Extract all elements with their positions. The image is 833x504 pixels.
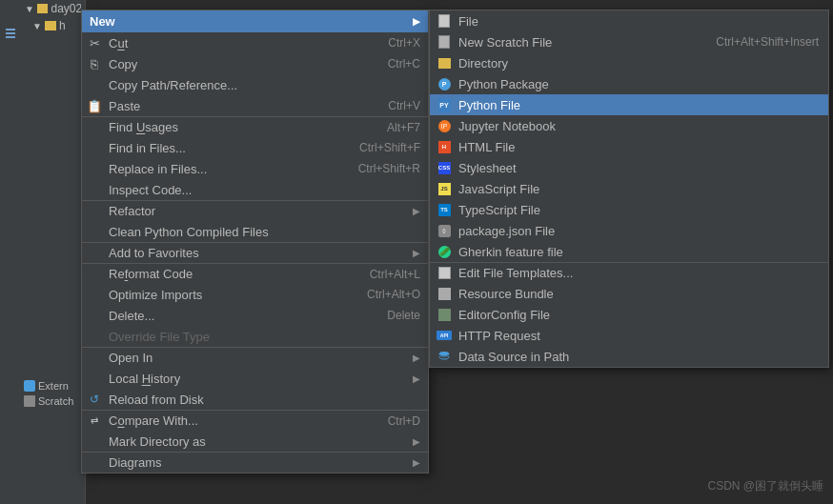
http-icon: API [436,327,453,344]
folder-icon [37,4,49,13]
menu-item-compare[interactable]: ⇄ Compare With... Ctrl+D [82,410,428,431]
submenu-item-file[interactable]: File [430,10,828,31]
directory-icon [436,54,453,71]
sidebar-icon-1 [3,5,18,62]
submenu-item-python-package[interactable]: P Python Package [430,73,828,94]
menu-item-copy[interactable]: ⎘ Copy Ctrl+C [82,53,428,74]
cut-label: Cut [109,36,388,50]
menu-item-find-usages[interactable]: Find Usages Alt+F7 [82,116,428,137]
submenu-item-new-scratch-file[interactable]: New Scratch File Ctrl+Alt+Shift+Insert [430,31,828,52]
new-label: New [90,14,115,29]
reformat-code-shortcut: Ctrl+Alt+L [370,268,420,281]
menu-item-clean-python[interactable]: Clean Python Compiled Files [82,221,428,242]
editorconfig-icon [436,306,453,323]
add-favorites-label: Add to Favorites [109,246,413,260]
file-tree-panel: ▼ day02 ▼ h Extern Scratch [21,0,86,504]
editorconfig-label: EditorConfig File [458,308,550,322]
menu-item-reload[interactable]: ↺ Reload from Disk [82,389,428,410]
menu-item-inspect-code[interactable]: Inspect Code... [82,179,428,200]
submenu-item-typescript[interactable]: TS TypeScript File [430,199,828,220]
resource-icon [436,285,453,302]
menu-item-paste[interactable]: 📋 Paste Ctrl+V [82,95,428,116]
submenu-item-package-json[interactable]: {} package.json File [430,220,828,241]
submenu-item-gherkin[interactable]: 🥒 Gherkin feature file [430,241,828,262]
css-icon-shape: CSS [438,162,451,174]
package-json-label: package.json File [458,224,555,238]
new-scratch-file-label: New Scratch File [458,35,552,50]
submenu-item-javascript[interactable]: JS JavaScript File [430,178,828,199]
datasource-label: Data Source in Path [458,350,569,364]
tree-bottom-section: Extern Scratch [21,378,85,409]
json-icon-shape: {} [438,225,451,237]
submenu-item-datasource[interactable]: Data Source in Path [430,346,828,367]
reformat-code-label: Reformat Code [109,267,370,281]
stylesheet-label: Stylesheet [458,161,517,175]
submenu-item-python-file[interactable]: PY Python File [430,94,828,115]
reload-icon: ↺ [87,392,102,407]
menu-item-find-in-files[interactable]: Find in Files... Ctrl+Shift+F [82,137,428,158]
tree-item-day02[interactable]: ▼ day02 [21,0,85,17]
tree-item-h[interactable]: ▼ h [21,17,85,34]
clean-python-label: Clean Python Compiled Files [109,225,420,239]
tree-label-h: h [59,19,66,32]
datasource-icon [436,348,453,365]
menu-item-reformat-code[interactable]: Reformat Code Ctrl+Alt+L [82,263,428,284]
scratch-label-text: Scratch [38,395,73,407]
mark-directory-label: Mark Directory as [109,434,413,449]
optimize-imports-label: Optimize Imports [109,288,367,302]
html-label: HTML File [458,140,515,154]
submenu-item-html[interactable]: H HTML File [430,136,828,157]
scratch-icon [24,395,35,407]
menu-item-open-in[interactable]: Open In ▶ [82,347,428,368]
find-in-files-shortcut: Ctrl+Shift+F [359,141,420,154]
menu-item-mark-directory[interactable]: Mark Directory as ▶ [82,431,428,452]
datasource-icon-shape [437,350,451,363]
submenu-item-http[interactable]: API HTTP Request [430,325,828,346]
cut-shortcut: Ctrl+X [388,36,420,50]
tree-item-scratch[interactable]: Scratch [21,393,85,409]
menu-item-delete[interactable]: Delete... Delete [82,305,428,326]
delete-label: Delete... [109,309,387,323]
paste-shortcut: Ctrl+V [388,99,420,112]
file-icon-shape [438,14,450,28]
submenu-item-edit-templates[interactable]: Edit File Templates... [430,262,828,283]
submenu-item-stylesheet[interactable]: CSS Stylesheet [430,157,828,178]
directory-icon-shape [438,58,451,69]
folder-icon-h [45,21,56,30]
tree-item-extern[interactable]: Extern [21,378,85,393]
menu-item-copy-path[interactable]: Copy Path/Reference... [82,74,428,95]
ts-icon: TS [436,201,453,218]
js-icon: JS [436,180,453,197]
copy-shortcut: Ctrl+C [388,57,420,71]
submenu: File New Scratch File Ctrl+Alt+Shift+Ins… [429,10,829,368]
submenu-item-jupyter[interactable]: IP Jupyter Notebook [430,115,828,136]
copy-path-label: Copy Path/Reference... [109,78,420,92]
menu-item-local-history[interactable]: Local History ▶ [82,368,428,389]
menu-item-diagrams[interactable]: Diagrams ▶ [82,452,428,473]
extern-icon [24,380,35,392]
find-usages-shortcut: Alt+F7 [387,121,420,134]
paste-label: Paste [109,99,388,113]
paste-icon: 📋 [87,98,102,113]
python-file-icon-shape: PY [438,98,451,112]
menu-item-cut[interactable]: ✂ Cut Ctrl+X [82,32,428,53]
cut-icon: ✂ [87,35,102,50]
submenu-item-resource-bundle[interactable]: Resource Bundle [430,283,828,304]
submenu-item-editorconfig[interactable]: EditorConfig File [430,304,828,325]
mark-directory-arrow-icon: ▶ [413,436,420,447]
menu-item-optimize-imports[interactable]: Optimize Imports Ctrl+Alt+O [82,284,428,305]
menu-item-add-favorites[interactable]: Add to Favorites ▶ [82,242,428,263]
compare-icon: ⇄ [87,413,102,429]
menu-item-replace-in-files[interactable]: Replace in Files... Ctrl+Shift+R [82,158,428,179]
menu-item-refactor[interactable]: Refactor ▶ [82,200,428,221]
menu-item-new[interactable]: New ▶ [82,10,428,32]
extern-label-text: Extern [38,380,69,392]
template-icon-shape [438,267,451,279]
watermark: CSDN @困了就倒头睡 [707,478,823,494]
local-history-label: Local History [109,372,413,386]
menu-item-override-file-type: Override File Type [82,326,428,347]
submenu-item-directory[interactable]: Directory [430,52,828,73]
json-icon: {} [436,222,453,239]
template-icon [436,265,453,282]
python-package-label: Python Package [458,77,549,91]
